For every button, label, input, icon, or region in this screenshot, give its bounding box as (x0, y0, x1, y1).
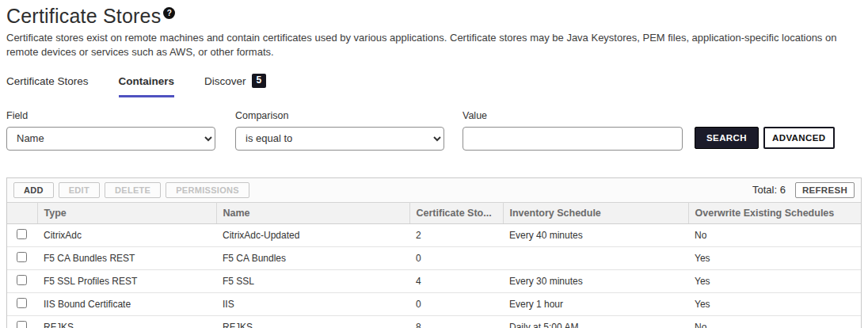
stores-table: Type Name Certificate Sto... Inventory S… (7, 202, 861, 328)
column-header-name[interactable]: Name (216, 202, 409, 223)
certificate-stores-grid: ADD EDIT DELETE PERMISSIONS Total: 6 REF… (6, 177, 862, 328)
row-checkbox[interactable] (17, 252, 27, 262)
advanced-button[interactable]: ADVANCED (763, 127, 835, 149)
cell-overwrite: No (688, 223, 861, 246)
tab-certificate-stores[interactable]: Certificate Stores (6, 71, 89, 97)
cell-overwrite: Yes (688, 292, 861, 315)
row-checkbox[interactable] (17, 298, 27, 308)
cell-schedule: Every 30 minutes (503, 269, 688, 292)
cell-name: IIS (216, 292, 409, 315)
tab-containers[interactable]: Containers (119, 71, 175, 97)
add-button[interactable]: ADD (13, 182, 54, 198)
cell-schedule (503, 246, 688, 269)
help-icon[interactable]: ? (163, 7, 175, 19)
row-checkbox[interactable] (17, 275, 27, 285)
tab-bar: Certificate Stores Containers Discover 5 (6, 71, 862, 97)
comparison-select[interactable]: is equal to (235, 127, 444, 151)
cell-overwrite: No (688, 315, 861, 328)
table-header-row: Type Name Certificate Sto... Inventory S… (7, 202, 861, 223)
cell-overwrite: Yes (688, 246, 861, 269)
column-header-overwrite[interactable]: Overwrite Existing Schedules (688, 202, 861, 223)
cell-schedule: Daily at 5:00 AM (503, 315, 688, 328)
page-title: Certificate Stores? (6, 5, 862, 28)
column-header-type[interactable]: Type (37, 202, 216, 223)
cell-cert-count: 2 (409, 223, 503, 246)
page-description: Certificate stores exist on remote machi… (6, 31, 843, 59)
value-input[interactable] (463, 127, 683, 151)
cell-type: CitrixAdc (37, 223, 216, 246)
table-row[interactable]: IIS Bound Certificate IIS 0 Every 1 hour… (7, 292, 861, 315)
grid-toolbar: ADD EDIT DELETE PERMISSIONS Total: 6 REF… (7, 178, 861, 202)
cell-cert-count: 0 (409, 246, 503, 269)
cell-schedule: Every 1 hour (503, 292, 688, 315)
table-row[interactable]: F5 SSL Profiles REST F5 SSL 4 Every 30 m… (7, 269, 861, 292)
total-count: Total: 6 (752, 184, 786, 196)
cell-type: IIS Bound Certificate (37, 292, 216, 315)
edit-button[interactable]: EDIT (59, 182, 100, 198)
cell-name: RFJKS (216, 315, 409, 328)
cell-type: RFJKS (37, 315, 216, 328)
filter-bar: Field Name Comparison is equal to Value … (6, 110, 862, 151)
tab-discover[interactable]: Discover 5 (204, 71, 266, 97)
discover-count-badge: 5 (252, 74, 267, 88)
delete-button[interactable]: DELETE (105, 182, 161, 198)
column-header-inventory-schedule[interactable]: Inventory Schedule (503, 202, 688, 223)
cell-cert-count: 8 (409, 315, 503, 328)
column-header-cert-count[interactable]: Certificate Sto... (409, 202, 503, 223)
tab-discover-label: Discover (204, 75, 246, 87)
refresh-button[interactable]: REFRESH (795, 182, 855, 198)
certificate-stores-page: Certificate Stores? Certificate stores e… (0, 0, 868, 328)
permissions-button[interactable]: PERMISSIONS (166, 182, 249, 198)
page-title-text: Certificate Stores (6, 5, 161, 27)
cell-name: F5 SSL (216, 269, 409, 292)
cell-type: F5 SSL Profiles REST (37, 269, 216, 292)
field-label: Field (6, 110, 215, 121)
cell-overwrite: Yes (688, 269, 861, 292)
table-row[interactable]: CitrixAdc CitrixAdc-Updated 2 Every 40 m… (7, 223, 861, 246)
table-row[interactable]: RFJKS RFJKS 8 Daily at 5:00 AM No (7, 315, 861, 328)
cell-name: CitrixAdc-Updated (216, 223, 409, 246)
cell-name: F5 CA Bundles (216, 246, 409, 269)
row-checkbox[interactable] (17, 321, 27, 328)
select-all-header (7, 202, 37, 223)
table-row[interactable]: F5 CA Bundles REST F5 CA Bundles 0 Yes (7, 246, 861, 269)
search-button[interactable]: SEARCH (695, 127, 759, 149)
cell-cert-count: 0 (409, 292, 503, 315)
row-checkbox[interactable] (17, 229, 27, 239)
cell-type: F5 CA Bundles REST (37, 246, 216, 269)
cell-cert-count: 4 (409, 269, 503, 292)
field-select[interactable]: Name (6, 127, 215, 151)
cell-schedule: Every 40 minutes (503, 223, 688, 246)
value-label: Value (463, 110, 683, 121)
comparison-label: Comparison (235, 110, 444, 121)
